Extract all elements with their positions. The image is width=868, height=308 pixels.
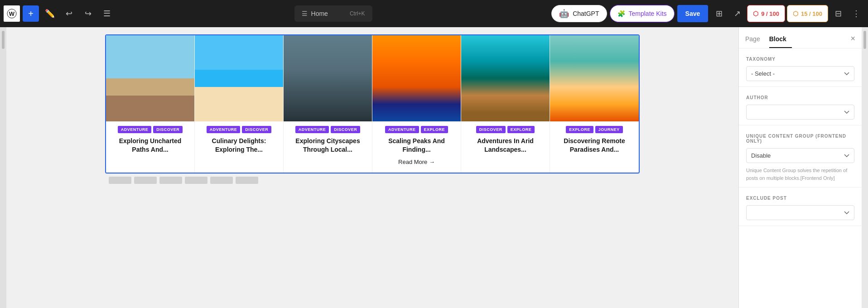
- taxonomy-section: TAXONOMY - Select -: [739, 48, 862, 87]
- right-edge-thumb: [863, 31, 866, 49]
- card-title: Culinary Delights: Exploring The...: [199, 137, 279, 154]
- topbar: W + ✏️ ↩ ↪ ☰ ☰ Home Ctrl+K 🤖 ChatGPT 🧩 T…: [0, 0, 868, 27]
- unique-content-select[interactable]: Disable Enable: [746, 148, 854, 163]
- tag-row: DISCOVEREXPLORE: [476, 126, 535, 133]
- card-item: DISCOVEREXPLORE Adventures In Arid Lands…: [461, 35, 550, 173]
- counter1-label: 9 / 100: [761, 10, 779, 17]
- svg-text:W: W: [9, 10, 15, 17]
- exclude-post-section: EXCLUDE POST: [739, 188, 862, 226]
- tag-badge: DISCOVER: [476, 126, 506, 133]
- right-edge-scrollbar[interactable]: [862, 27, 868, 308]
- author-select[interactable]: [746, 105, 854, 120]
- panel-close-button[interactable]: ×: [850, 34, 855, 47]
- card-body: ADVENTUREDISCOVER Culinary Delights: Exp…: [195, 121, 283, 173]
- strip-block: [210, 177, 233, 184]
- card-title: Exploring Uncharted Paths And...: [111, 137, 190, 154]
- unique-content-section: UNIQUE CONTENT GROUP (FRONTEND ONLY) Dis…: [739, 125, 862, 188]
- tag-badge: ADVENTURE: [118, 126, 152, 133]
- card-image: [284, 35, 372, 121]
- undo-button[interactable]: ↩: [61, 5, 77, 22]
- tag-row: EXPLOREJOURNEY: [566, 126, 623, 133]
- counter1-badge[interactable]: ⬡ 9 / 100: [747, 5, 785, 22]
- card-body: DISCOVEREXPLORE Adventures In Arid Lands…: [461, 121, 550, 173]
- left-scrollbar-thumb: [2, 31, 5, 49]
- tag-badge: ADVENTURE: [207, 126, 241, 133]
- chatgpt-icon: 🤖: [559, 9, 569, 19]
- pencil-icon[interactable]: ✏️: [42, 5, 58, 22]
- templatekits-label: Template Kits: [629, 10, 667, 17]
- card-title: Adventures In Arid Landscapes...: [466, 137, 545, 154]
- bottom-strip: [105, 173, 640, 187]
- tag-row: ADVENTUREEXPLORE: [385, 126, 448, 133]
- tag-badge: ADVENTURE: [385, 126, 419, 133]
- tag-badge: DISCOVER: [242, 126, 271, 133]
- cards-grid: ADVENTUREDISCOVER Exploring Uncharted Pa…: [106, 35, 639, 173]
- card-item: ADVENTUREDISCOVER Exploring Cityscapes T…: [284, 35, 372, 173]
- nav-search[interactable]: ☰ Home Ctrl+K: [294, 5, 372, 22]
- save-button[interactable]: Save: [677, 5, 709, 22]
- counter2-badge[interactable]: ⬡ 15 / 100: [787, 5, 828, 22]
- chatgpt-button[interactable]: 🤖 ChatGPT: [551, 5, 607, 22]
- tag-badge: DISCOVER: [331, 126, 360, 133]
- tag-badge: EXPLORE: [507, 126, 535, 133]
- card-item: ADVENTUREDISCOVER Exploring Uncharted Pa…: [106, 35, 195, 173]
- author-label: AUTHOR: [746, 95, 854, 100]
- card-body: ADVENTUREDISCOVER Exploring Uncharted Pa…: [106, 121, 194, 173]
- main-area: ADVENTUREDISCOVER Exploring Uncharted Pa…: [0, 27, 868, 308]
- left-scrollbar[interactable]: [0, 27, 6, 308]
- tab-page[interactable]: Page: [745, 33, 766, 48]
- tag-badge: EXPLORE: [421, 126, 448, 133]
- tag-row: ADVENTUREDISCOVER: [295, 126, 361, 133]
- card-body: ADVENTUREEXPLORE Scaling Peaks And Findi…: [372, 121, 461, 173]
- editor-area: ADVENTUREDISCOVER Exploring Uncharted Pa…: [6, 27, 738, 308]
- card-item: ADVENTUREEXPLORE Scaling Peaks And Findi…: [372, 35, 461, 173]
- unique-content-hint: Unique Content Group solves the repetiti…: [746, 167, 854, 182]
- taxonomy-label: TAXONOMY: [746, 57, 854, 62]
- templatekits-icon: 🧩: [617, 10, 625, 17]
- sidebar-toggle[interactable]: ⊟: [830, 5, 846, 22]
- card-title: Discovering Remote Paradises And...: [555, 137, 634, 154]
- strip-block: [185, 177, 207, 184]
- tag-badge: JOURNEY: [595, 126, 623, 133]
- more-options[interactable]: ⋮: [848, 5, 864, 22]
- card-image: [106, 35, 194, 121]
- tag-row: ADVENTUREDISCOVER: [118, 126, 183, 133]
- add-button[interactable]: +: [23, 5, 39, 22]
- tag-badge: EXPLORE: [566, 126, 593, 133]
- redo-button[interactable]: ↪: [80, 5, 96, 22]
- chatgpt-label: ChatGPT: [573, 10, 599, 17]
- strip-block: [236, 177, 258, 184]
- strip-block: [159, 177, 182, 184]
- card-image: [372, 35, 461, 121]
- wp-logo[interactable]: W: [4, 5, 20, 22]
- card-image: [550, 35, 639, 121]
- counter1-icon: ⬡: [753, 10, 758, 17]
- card-title: Exploring Cityscapes Through Local...: [288, 137, 367, 154]
- page-icon: ☰: [302, 10, 308, 17]
- unique-content-label: UNIQUE CONTENT GROUP (FRONTEND ONLY): [746, 134, 854, 144]
- block-wrapper: ADVENTUREDISCOVER Exploring Uncharted Pa…: [105, 34, 640, 173]
- card-item: ADVENTUREDISCOVER Culinary Delights: Exp…: [195, 35, 284, 173]
- right-icons: ⊞ ↗ ⬡ 9 / 100 ⬡ 15 / 100 ⊟ ⋮: [711, 5, 864, 22]
- tag-badge: DISCOVER: [153, 126, 183, 133]
- taxonomy-select[interactable]: - Select -: [746, 66, 854, 81]
- read-more-link[interactable]: Read More →: [377, 159, 456, 169]
- tag-row: ADVENTUREDISCOVER: [207, 126, 272, 133]
- author-section: AUTHOR: [739, 87, 862, 125]
- menu-button[interactable]: ☰: [99, 5, 115, 22]
- counter2-icon: ⬡: [793, 10, 798, 17]
- tag-badge: ADVENTURE: [295, 126, 329, 133]
- card-image: [461, 35, 550, 121]
- external-link-icon[interactable]: ↗: [729, 5, 745, 22]
- layout-icon[interactable]: ⊞: [711, 5, 727, 22]
- counter2-label: 15 / 100: [801, 10, 822, 17]
- exclude-post-label: EXCLUDE POST: [746, 196, 854, 201]
- card-title: Scaling Peaks And Finding...: [377, 137, 456, 154]
- card-body: ADVENTUREDISCOVER Exploring Cityscapes T…: [284, 121, 372, 173]
- tab-block[interactable]: Block: [769, 33, 792, 48]
- templatekits-button[interactable]: 🧩 Template Kits: [610, 5, 675, 22]
- panel-tabs: Page Block ×: [739, 27, 862, 48]
- nav-shortcut: Ctrl+K: [350, 10, 365, 17]
- exclude-post-select[interactable]: [746, 205, 854, 220]
- strip-block: [134, 177, 157, 184]
